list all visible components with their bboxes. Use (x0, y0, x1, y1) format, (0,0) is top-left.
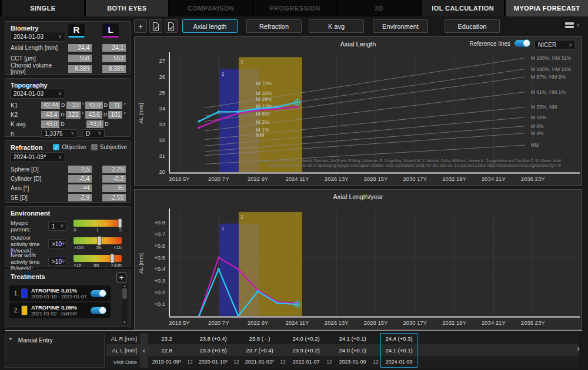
svg-text:M 29%: M 29% (256, 96, 272, 102)
svg-text:20: 20 (159, 169, 165, 175)
visit-column[interactable]: 23.8 (+0.4)23.3 (+0.5)2020-01-10* (195, 333, 232, 368)
slider-handle[interactable] (98, 236, 102, 245)
subjective-checkbox[interactable] (91, 144, 98, 150)
chevron-down-icon: ∨ (98, 131, 101, 136)
near-work-select[interactable]: >10 ∨ (48, 257, 67, 266)
environment-panel: Environment Myopic parents: 1 ∨ 0 1 2 Ou… (5, 206, 131, 267)
treatment-toggle[interactable] (91, 307, 106, 314)
objective-checkbox[interactable]: ✓ (53, 144, 59, 150)
cct-right-value: 558 (68, 55, 92, 62)
slider-handle[interactable] (110, 254, 114, 263)
axial-length-chart[interactable]: 12M 100%, HM 31%M 100%, HM 16%M 87%, HM … (135, 37, 582, 185)
visit-gap: 12 (278, 333, 288, 368)
horizontal-scrollbar[interactable] (5, 330, 582, 331)
k2-label: K2 (11, 112, 41, 118)
manual-entry-star: * (9, 337, 12, 344)
svg-text:M 100%, HM 16%: M 100%, HM 16% (531, 66, 572, 72)
refraction-date-select[interactable]: 2024-01-03* ∨ (10, 152, 65, 162)
svg-text:2030 17Y: 2030 17Y (403, 176, 427, 182)
visit-column[interactable]: 23.222.82019-01-09* (148, 333, 185, 368)
visit-gap: 12 (185, 333, 195, 368)
nav-tab-progression: PROGRESSION (254, 0, 336, 16)
svg-text:+0.1: +0.1 (154, 301, 165, 307)
menu-icon (565, 21, 574, 29)
scroll-up-icon[interactable]: ▲ (123, 284, 126, 288)
svg-text:M 4%: M 4% (531, 130, 544, 136)
svg-text:25: 25 (159, 89, 165, 96)
k2-right-axis: 123 (66, 111, 81, 119)
visit-column[interactable]: 24.1 (+0.1)24.0 (+0.1)2023-01-09 (334, 333, 371, 368)
svg-text:2034 21Y: 2034 21Y (482, 319, 506, 326)
nav-tab-single[interactable]: SINGLE (2, 0, 84, 16)
refraction-title: Refraction (11, 144, 42, 151)
refraction-panel: Refraction ✓ Objective Subjective 2024-0… (5, 140, 131, 203)
topography-date-select[interactable]: 2024-01-03 ∨ (10, 89, 65, 99)
se-left-value: -2,55 (102, 194, 126, 201)
n-unit-select[interactable]: D ∨ (82, 129, 105, 138)
add-treatment-button[interactable]: + (116, 273, 126, 282)
al-right-value: 24,4 (68, 44, 92, 52)
chevron-down-icon: ∨ (71, 131, 74, 136)
svg-text:+0.6: +0.6 (154, 243, 165, 249)
visit-column[interactable]: 24.4 (+0.3)24.1 (+0.1)2024-01-03 (380, 333, 417, 368)
tab-education[interactable]: Education (445, 19, 500, 33)
arrow-left-icon: ‹ (143, 346, 145, 355)
report-edit-button[interactable] (165, 19, 178, 33)
k2-left-axis: 101 (108, 111, 122, 119)
chevron-down-icon: ∨ (576, 23, 580, 28)
nav-tab-both-eyes[interactable]: BOTH EYES (86, 0, 168, 16)
chart-menu-button[interactable]: ∨ (565, 21, 580, 29)
svg-text:2020 7Y: 2020 7Y (208, 319, 229, 326)
svg-text:NM: NM (531, 142, 539, 148)
scroll-down-icon[interactable]: ▼ (123, 321, 126, 324)
svg-text:2036 23Y: 2036 23Y (521, 319, 545, 326)
months-between-visits (417, 356, 427, 368)
svg-text:2024 11Y: 2024 11Y (285, 176, 309, 182)
check-icon: ✓ (54, 144, 59, 150)
al-r-value: 23.8 (+0.4) (195, 333, 232, 344)
nav-tab-myopia-forecast[interactable]: MYOPIA FORECAST (506, 0, 588, 16)
tab-k-avg[interactable]: K avg (309, 19, 364, 33)
visit-date-row-label: Visit Date (106, 356, 140, 368)
kavg-label: K avg (11, 121, 41, 127)
chevron-down-icon: ∨ (58, 92, 62, 96)
left-eye-button[interactable]: L (102, 23, 119, 38)
tab-axial-length[interactable]: Axial length (182, 19, 238, 33)
reference-lines-toggle[interactable] (514, 40, 530, 47)
myopic-parents-select[interactable]: 1 ∨ (48, 221, 67, 231)
outdoor-activity-slider[interactable]: >10h 5h <1h (74, 237, 122, 250)
treatment-name: ATROPINE 0,01% (31, 287, 91, 294)
visit-date: 2021-01-02* (241, 356, 278, 368)
al-r-value: 24.1 (+0.1) (334, 333, 371, 344)
report-export-button[interactable] (149, 19, 162, 33)
cylinder-left-value: -0,3 (102, 175, 126, 183)
treatment-toggle[interactable] (91, 290, 106, 297)
slider-handle[interactable] (118, 218, 122, 228)
scrollbar-thumb[interactable] (122, 288, 127, 299)
biometry-date-select[interactable]: 2024-01-03 ∨ (10, 32, 65, 42)
chevron-down-icon: ∨ (62, 259, 65, 264)
previous-visits-button[interactable]: ‹ (140, 333, 148, 368)
svg-text:AL [mm]: AL [mm] (138, 103, 144, 123)
right-eye-button[interactable]: R (68, 23, 85, 38)
visit-date: 2024-01-03 (380, 356, 417, 368)
axial-length-per-year-chart[interactable]: 12+0.1+0.2+0.3+0.4+0.5+0.6+0.7+0.82018 5… (135, 190, 582, 329)
nav-tab-iol-calculation[interactable]: IOL CALCULATION (422, 0, 504, 16)
svg-text:21: 21 (159, 153, 165, 159)
n-index-select[interactable]: 1,3375 ∨ (41, 129, 78, 138)
treatments-scrollbar[interactable]: ▲ ▼ (122, 284, 128, 324)
svg-text:M 61%, HM 1%: M 61%, HM 1% (531, 89, 566, 95)
tab-environment[interactable]: Environment (373, 19, 428, 33)
visit-column[interactable]: 23.8 ( - )23.7 (+0.4)2021-01-02* (241, 333, 278, 368)
visit-table-filler (427, 333, 579, 368)
nav-tab-comparison: COMPARISON (170, 0, 252, 16)
tab-refraction[interactable]: Refraction (246, 19, 302, 33)
subjective-label: Subjective (100, 144, 127, 150)
next-visits-button[interactable]: › (577, 344, 580, 353)
visit-column[interactable]: 24.0 (+0.2)23.9 (+0.2)2022-01-07 (288, 333, 325, 368)
near-work-slider[interactable]: <1h 5h >10h (74, 255, 122, 268)
add-chart-button[interactable]: + (134, 19, 147, 33)
treatment-color-swatch (21, 305, 28, 315)
outdoor-activity-select[interactable]: >10 ∨ (48, 239, 67, 248)
myopic-parents-slider[interactable]: 0 1 2 (74, 220, 122, 233)
